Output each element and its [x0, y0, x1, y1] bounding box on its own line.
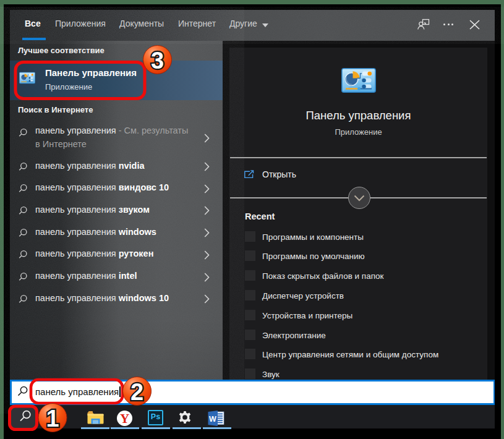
- svg-text:3: 3: [151, 48, 164, 74]
- svg-text:2: 2: [130, 379, 143, 405]
- svg-text:1: 1: [46, 406, 59, 432]
